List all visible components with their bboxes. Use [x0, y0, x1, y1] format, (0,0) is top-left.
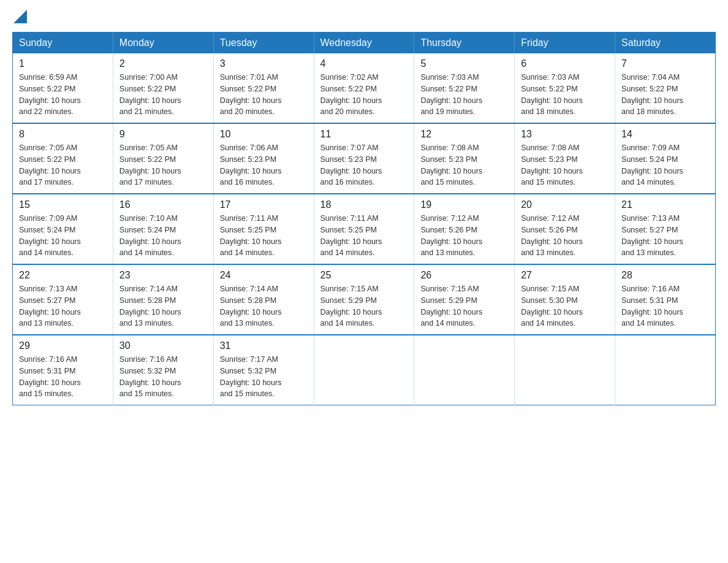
calendar-cell: 27Sunrise: 7:15 AMSunset: 5:30 PMDayligh… [515, 264, 615, 335]
calendar-cell: 9Sunrise: 7:05 AMSunset: 5:22 PMDaylight… [113, 123, 213, 194]
day-info: Sunrise: 7:12 AMSunset: 5:26 PMDaylight:… [420, 213, 508, 259]
day-info: Sunrise: 7:15 AMSunset: 5:29 PMDaylight:… [420, 283, 508, 329]
day-number: 20 [521, 199, 609, 210]
day-number: 6 [521, 58, 609, 69]
day-number: 29 [19, 340, 107, 351]
day-info: Sunrise: 7:10 AMSunset: 5:24 PMDaylight:… [119, 213, 207, 259]
calendar-cell: 7Sunrise: 7:04 AMSunset: 5:22 PMDaylight… [615, 53, 716, 123]
week-row-3: 15Sunrise: 7:09 AMSunset: 5:24 PMDayligh… [13, 194, 716, 264]
day-number: 26 [420, 270, 508, 281]
page-header [12, 12, 716, 20]
day-info: Sunrise: 7:09 AMSunset: 5:24 PMDaylight:… [621, 142, 709, 188]
day-info: Sunrise: 7:11 AMSunset: 5:25 PMDaylight:… [220, 213, 308, 259]
day-info: Sunrise: 7:08 AMSunset: 5:23 PMDaylight:… [420, 142, 508, 188]
day-number: 15 [19, 199, 107, 210]
day-info: Sunrise: 7:14 AMSunset: 5:28 PMDaylight:… [119, 283, 207, 329]
day-info: Sunrise: 7:07 AMSunset: 5:23 PMDaylight:… [320, 142, 408, 188]
day-number: 25 [320, 270, 408, 281]
week-row-5: 29Sunrise: 7:16 AMSunset: 5:31 PMDayligh… [13, 335, 716, 405]
day-info: Sunrise: 7:05 AMSunset: 5:22 PMDaylight:… [19, 142, 107, 188]
day-info: Sunrise: 7:01 AMSunset: 5:22 PMDaylight:… [220, 72, 308, 118]
calendar-cell: 3Sunrise: 7:01 AMSunset: 5:22 PMDaylight… [213, 53, 314, 123]
day-number: 13 [521, 129, 609, 140]
calendar-cell: 22Sunrise: 7:13 AMSunset: 5:27 PMDayligh… [13, 264, 113, 335]
weekday-header-row: SundayMondayTuesdayWednesdayThursdayFrid… [13, 33, 716, 54]
day-number: 14 [621, 129, 709, 140]
day-number: 11 [320, 129, 408, 140]
day-number: 21 [621, 199, 709, 210]
day-number: 2 [119, 58, 207, 69]
day-info: Sunrise: 7:03 AMSunset: 5:22 PMDaylight:… [420, 72, 508, 118]
day-info: Sunrise: 7:06 AMSunset: 5:23 PMDaylight:… [220, 142, 308, 188]
calendar-cell: 21Sunrise: 7:13 AMSunset: 5:27 PMDayligh… [615, 194, 716, 264]
day-info: Sunrise: 7:15 AMSunset: 5:29 PMDaylight:… [320, 283, 408, 329]
weekday-header-thursday: Thursday [414, 33, 515, 54]
weekday-header-monday: Monday [113, 33, 213, 54]
svg-marker-0 [13, 10, 27, 23]
day-number: 1 [19, 58, 107, 69]
day-number: 30 [119, 340, 207, 351]
calendar-cell: 18Sunrise: 7:11 AMSunset: 5:25 PMDayligh… [314, 194, 414, 264]
day-number: 28 [621, 270, 709, 281]
calendar-cell [515, 335, 615, 405]
calendar-cell: 6Sunrise: 7:03 AMSunset: 5:22 PMDaylight… [515, 53, 615, 123]
day-info: Sunrise: 7:14 AMSunset: 5:28 PMDaylight:… [220, 283, 308, 329]
day-info: Sunrise: 7:02 AMSunset: 5:22 PMDaylight:… [320, 72, 408, 118]
day-number: 12 [420, 129, 508, 140]
calendar-cell: 10Sunrise: 7:06 AMSunset: 5:23 PMDayligh… [213, 123, 314, 194]
day-number: 24 [220, 270, 308, 281]
calendar-cell: 2Sunrise: 7:00 AMSunset: 5:22 PMDaylight… [113, 53, 213, 123]
calendar-cell: 20Sunrise: 7:12 AMSunset: 5:26 PMDayligh… [515, 194, 615, 264]
day-info: Sunrise: 7:17 AMSunset: 5:32 PMDaylight:… [220, 354, 308, 400]
day-number: 27 [521, 270, 609, 281]
day-number: 16 [119, 199, 207, 210]
day-info: Sunrise: 7:16 AMSunset: 5:32 PMDaylight:… [119, 354, 207, 400]
day-info: Sunrise: 7:16 AMSunset: 5:31 PMDaylight:… [621, 283, 709, 329]
day-number: 10 [220, 129, 308, 140]
day-number: 5 [420, 58, 508, 69]
day-info: Sunrise: 7:12 AMSunset: 5:26 PMDaylight:… [521, 213, 609, 259]
day-number: 4 [320, 58, 408, 69]
week-row-1: 1Sunrise: 6:59 AMSunset: 5:22 PMDaylight… [13, 53, 716, 123]
day-number: 9 [119, 129, 207, 140]
day-number: 31 [220, 340, 308, 351]
day-number: 19 [420, 199, 508, 210]
calendar-cell: 1Sunrise: 6:59 AMSunset: 5:22 PMDaylight… [13, 53, 113, 123]
day-number: 22 [19, 270, 107, 281]
day-info: Sunrise: 7:03 AMSunset: 5:22 PMDaylight:… [521, 72, 609, 118]
calendar-cell: 28Sunrise: 7:16 AMSunset: 5:31 PMDayligh… [615, 264, 716, 335]
day-number: 3 [220, 58, 308, 69]
calendar-cell: 14Sunrise: 7:09 AMSunset: 5:24 PMDayligh… [615, 123, 716, 194]
calendar-cell [314, 335, 414, 405]
weekday-header-saturday: Saturday [615, 33, 716, 54]
calendar-cell: 31Sunrise: 7:17 AMSunset: 5:32 PMDayligh… [213, 335, 314, 405]
day-info: Sunrise: 7:11 AMSunset: 5:25 PMDaylight:… [320, 213, 408, 259]
logo-triangle-icon [13, 10, 27, 23]
calendar-cell: 25Sunrise: 7:15 AMSunset: 5:29 PMDayligh… [314, 264, 414, 335]
weekday-header-wednesday: Wednesday [314, 33, 414, 54]
calendar-cell: 17Sunrise: 7:11 AMSunset: 5:25 PMDayligh… [213, 194, 314, 264]
weekday-header-sunday: Sunday [13, 33, 113, 54]
calendar-cell: 11Sunrise: 7:07 AMSunset: 5:23 PMDayligh… [314, 123, 414, 194]
day-info: Sunrise: 7:13 AMSunset: 5:27 PMDaylight:… [621, 213, 709, 259]
week-row-2: 8Sunrise: 7:05 AMSunset: 5:22 PMDaylight… [13, 123, 716, 194]
day-info: Sunrise: 6:59 AMSunset: 5:22 PMDaylight:… [19, 72, 107, 118]
day-info: Sunrise: 7:00 AMSunset: 5:22 PMDaylight:… [119, 72, 207, 118]
calendar-cell: 26Sunrise: 7:15 AMSunset: 5:29 PMDayligh… [414, 264, 515, 335]
day-number: 8 [19, 129, 107, 140]
day-number: 23 [119, 270, 207, 281]
day-number: 18 [320, 199, 408, 210]
calendar-cell: 30Sunrise: 7:16 AMSunset: 5:32 PMDayligh… [113, 335, 213, 405]
calendar-cell: 29Sunrise: 7:16 AMSunset: 5:31 PMDayligh… [13, 335, 113, 405]
day-info: Sunrise: 7:08 AMSunset: 5:23 PMDaylight:… [521, 142, 609, 188]
calendar-cell: 4Sunrise: 7:02 AMSunset: 5:22 PMDaylight… [314, 53, 414, 123]
calendar-cell [414, 335, 515, 405]
day-info: Sunrise: 7:05 AMSunset: 5:22 PMDaylight:… [119, 142, 207, 188]
day-info: Sunrise: 7:13 AMSunset: 5:27 PMDaylight:… [19, 283, 107, 329]
calendar-cell: 5Sunrise: 7:03 AMSunset: 5:22 PMDaylight… [414, 53, 515, 123]
calendar-cell: 24Sunrise: 7:14 AMSunset: 5:28 PMDayligh… [213, 264, 314, 335]
calendar-table: SundayMondayTuesdayWednesdayThursdayFrid… [12, 32, 716, 405]
calendar-cell: 12Sunrise: 7:08 AMSunset: 5:23 PMDayligh… [414, 123, 515, 194]
day-info: Sunrise: 7:09 AMSunset: 5:24 PMDaylight:… [19, 213, 107, 259]
calendar-cell: 19Sunrise: 7:12 AMSunset: 5:26 PMDayligh… [414, 194, 515, 264]
